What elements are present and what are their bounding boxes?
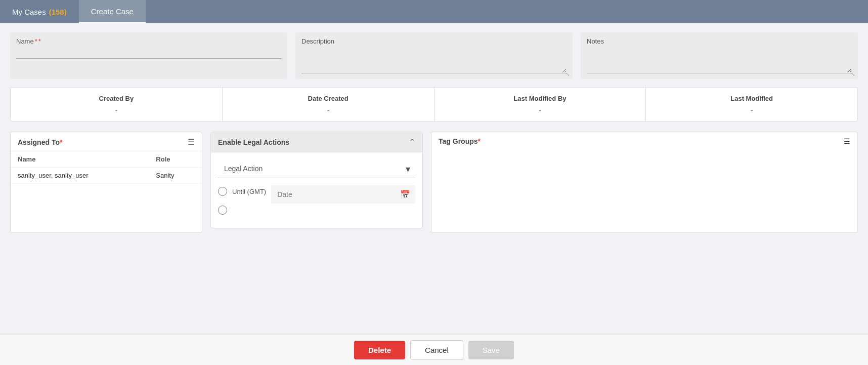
top-fields-row: Name** Description ⤡ Notes ⤡: [10, 32, 858, 79]
description-resize: ⤡: [566, 71, 570, 77]
date-created-value: -: [231, 106, 426, 114]
chevron-up-icon[interactable]: ⌃: [409, 137, 415, 147]
second-option-radio[interactable]: [218, 206, 227, 215]
last-modified-label: Last Modified: [654, 95, 849, 102]
date-created-label: Date Created: [231, 95, 426, 102]
name-label: Name**: [16, 37, 281, 45]
assigned-row: sanity_user, sanity_user Sanity: [11, 168, 202, 184]
description-field-box: Description ⤡: [295, 32, 573, 79]
description-label: Description: [301, 37, 567, 45]
last-modified-value: -: [654, 106, 849, 114]
second-radio-row: [218, 206, 415, 215]
tag-groups-list-icon[interactable]: ☰: [844, 137, 850, 145]
cancel-button[interactable]: Cancel: [410, 340, 463, 360]
create-case-tab[interactable]: Create Case: [79, 0, 146, 23]
tag-groups-header: Tag Groups* ☰: [431, 132, 857, 149]
created-by-cell: Created By -: [11, 88, 223, 121]
assigned-to-header: Assigned To* ☰: [11, 132, 202, 151]
assigned-col-role: Role: [149, 151, 202, 168]
date-input[interactable]: [271, 185, 415, 204]
save-button[interactable]: Save: [468, 341, 514, 359]
legal-actions-title: Enable Legal Actions: [218, 138, 289, 146]
description-textarea[interactable]: [301, 48, 567, 73]
create-case-label: Create Case: [91, 7, 134, 16]
name-field-box: Name**: [10, 32, 287, 79]
top-nav: My Cases (158) Create Case: [0, 0, 868, 23]
date-created-cell: Date Created -: [223, 88, 435, 121]
info-table: Created By - Date Created - Last Modifie…: [10, 87, 858, 121]
notes-textarea[interactable]: [587, 48, 852, 73]
my-cases-label: My Cases: [12, 8, 46, 16]
action-bar: Delete Cancel Save: [0, 335, 868, 365]
main-content: Name** Description ⤡ Notes ⤡ Created By …: [0, 23, 868, 335]
calendar-icon[interactable]: 📅: [400, 190, 410, 199]
tag-groups-box: Tag Groups* ☰: [431, 132, 858, 233]
assigned-row-role: Sanity: [149, 168, 202, 184]
date-input-wrap: 📅: [271, 185, 415, 204]
until-gmt-label: Until (GMT): [232, 188, 266, 195]
my-cases-tab[interactable]: My Cases (158): [0, 0, 79, 23]
notes-field-box: Notes ⤡: [581, 32, 858, 79]
until-gmt-radio[interactable]: [218, 187, 227, 196]
assigned-to-box: Assigned To* ☰ Name Role sanity_user, sa…: [10, 132, 202, 233]
last-modified-by-cell: Last Modified By -: [435, 88, 646, 121]
notes-label: Notes: [587, 37, 852, 45]
notes-resize: ⤡: [851, 71, 855, 77]
until-gmt-radio-group: Until (GMT): [218, 187, 266, 196]
assigned-to-list-icon[interactable]: ☰: [188, 137, 195, 147]
legal-actions-header: Enable Legal Actions ⌃: [211, 132, 422, 152]
assigned-row-name: sanity_user, sanity_user: [11, 168, 149, 184]
last-modified-by-label: Last Modified By: [443, 95, 638, 102]
legal-action-select-wrap: Legal Action ▾: [218, 159, 415, 178]
legal-actions-box: Enable Legal Actions ⌃ Legal Action ▾ Un…: [210, 132, 423, 228]
delete-button[interactable]: Delete: [354, 341, 405, 359]
last-modified-by-value: -: [443, 106, 638, 114]
assigned-table: Name Role sanity_user, sanity_user Sanit…: [11, 151, 202, 184]
tag-groups-title: Tag Groups*: [439, 137, 481, 145]
created-by-label: Created By: [19, 95, 214, 102]
legal-action-select[interactable]: Legal Action: [218, 159, 415, 178]
my-cases-count: (158): [49, 8, 67, 16]
created-by-value: -: [19, 106, 214, 114]
last-modified-cell: Last Modified -: [646, 88, 857, 121]
name-input[interactable]: [16, 48, 281, 59]
until-gmt-row: Until (GMT) 📅: [218, 185, 415, 204]
bottom-row: Assigned To* ☰ Name Role sanity_user, sa…: [10, 132, 858, 233]
assigned-col-name: Name: [11, 151, 149, 168]
assigned-to-title: Assigned To*: [18, 138, 62, 146]
legal-actions-body: Legal Action ▾ Until (GMT) 📅: [211, 152, 422, 228]
